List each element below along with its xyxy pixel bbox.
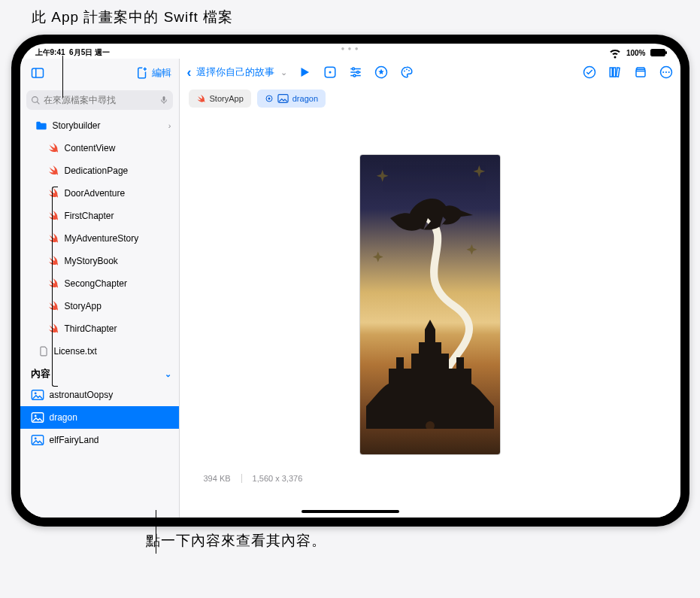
chevron-down-icon[interactable]: ⌄ (280, 68, 287, 77)
back-button[interactable]: ‹ 選擇你自己的故事 ⌄ (187, 65, 287, 80)
svg-point-3 (32, 96, 38, 102)
folder-icon (35, 120, 47, 131)
file-dooradventure[interactable]: DoorAdventure (20, 182, 179, 205)
file-label: FirstChapter (65, 211, 114, 221)
svg-point-9 (34, 415, 36, 417)
file-label: ContentView (65, 143, 116, 153)
svg-point-14 (352, 68, 354, 70)
content-header-label: 內容 (31, 367, 50, 381)
svg-point-15 (356, 71, 359, 74)
preview-meta: 394 KB 1,560 x 3,376 (204, 474, 303, 483)
svg-rect-5 (162, 96, 165, 101)
sidebar-toggle-button[interactable] (28, 63, 47, 83)
battery-pct: 100% (626, 49, 646, 57)
svg-line-4 (37, 102, 39, 104)
swift-icon (196, 94, 206, 104)
crumb-dragon[interactable]: dragon (257, 90, 326, 108)
file-label: ThirdChapter (65, 323, 117, 334)
crumb-label: dragon (292, 94, 318, 103)
sliders-icon[interactable] (349, 65, 362, 79)
edit-button[interactable]: 編輯 (135, 66, 171, 80)
file-firstchapter[interactable]: FirstChapter (20, 205, 179, 227)
new-file-icon (135, 66, 149, 80)
file-list: Storybuilder › ContentView DedicationPag… (20, 114, 179, 518)
edit-label: 編輯 (152, 66, 171, 80)
asset-astronautoopsy[interactable]: astronautOopsy (20, 384, 179, 406)
chevron-left-icon: ‹ (187, 65, 192, 80)
search-field[interactable] (26, 90, 173, 110)
file-secongchapter[interactable]: SecongChapter (20, 272, 179, 295)
main-pane: ‹ 選擇你自己的故事 ⌄ (180, 59, 680, 518)
asset-label: dragon (50, 412, 77, 423)
file-dimensions: 1,560 x 3,376 (253, 474, 303, 483)
tree-brace (52, 187, 58, 387)
chevron-down-icon: ⌄ (165, 369, 171, 379)
file-thirdchapter[interactable]: ThirdChapter (20, 317, 179, 340)
svg-rect-0 (32, 68, 43, 77)
svg-point-20 (408, 70, 410, 71)
file-storyapp[interactable]: StoryApp (20, 295, 179, 317)
wifi-icon (608, 46, 622, 59)
file-label: DoorAdventure (65, 188, 126, 199)
dragon-artwork[interactable] (359, 154, 501, 455)
asset-dragon[interactable]: dragon (20, 406, 179, 429)
mic-icon[interactable] (159, 95, 168, 105)
check-circle-icon[interactable] (583, 65, 596, 79)
more-circle-icon[interactable] (659, 65, 673, 79)
image-icon (31, 390, 44, 400)
svg-point-16 (353, 74, 356, 77)
library-icon[interactable] (608, 65, 622, 79)
status-time: 上午9:41 (35, 48, 65, 56)
svg-point-13 (329, 71, 331, 74)
svg-rect-23 (613, 68, 615, 77)
file-label: License.txt (54, 346, 97, 357)
multitask-dots[interactable]: ● ● ● (341, 45, 359, 52)
image-icon (31, 412, 44, 423)
crumb-storyapp[interactable]: StoryApp (189, 90, 251, 108)
folder-storybuilder[interactable]: Storybuilder › (20, 114, 179, 137)
file-label: MyAdventureStory (65, 233, 139, 244)
image-icon (277, 94, 289, 103)
star-circle-icon[interactable] (374, 65, 388, 79)
target-icon (265, 94, 274, 103)
svg-rect-25 (636, 69, 645, 77)
dragon-silhouette (390, 196, 473, 233)
file-label: StoryApp (65, 301, 102, 311)
status-time-date: 上午9:41 6月5日 週一 (35, 47, 110, 58)
svg-rect-22 (610, 68, 612, 77)
file-license[interactable]: License.txt (20, 340, 179, 363)
file-label: MyStoryBook (65, 256, 118, 266)
play-icon[interactable] (298, 65, 311, 79)
svg-point-19 (406, 68, 408, 70)
file-contentview[interactable]: ContentView (20, 137, 179, 159)
screen: 上午9:41 6月5日 週一 100% 編輯 (20, 44, 680, 518)
svg-point-27 (662, 71, 664, 73)
callout-leader-bottom (156, 510, 156, 554)
file-myadventurestory[interactable]: MyAdventureStory (20, 227, 179, 250)
search-input[interactable] (44, 95, 156, 105)
crumb-label: StoryApp (210, 94, 244, 103)
palette-icon[interactable] (400, 65, 414, 79)
meta-divider (241, 474, 242, 483)
home-indicator[interactable] (302, 510, 399, 513)
file-icon (38, 345, 49, 357)
castle-silhouette (366, 316, 494, 429)
preview-canvas (180, 111, 680, 518)
search-icon (31, 96, 41, 105)
swift-icon (47, 142, 59, 154)
svg-point-7 (34, 393, 36, 395)
back-label: 選擇你自己的故事 (196, 65, 274, 79)
asset-label: astronautOopsy (50, 390, 114, 400)
asset-label: elfFairyLand (50, 435, 99, 445)
content-section-header[interactable]: 內容 ⌄ (20, 363, 179, 384)
file-mystorybook[interactable]: MyStoryBook (20, 250, 179, 272)
sidebar: 編輯 Storybuilder › (20, 59, 180, 518)
ipad-frame: ● ● ● 上午9:41 6月5日 週一 100% (11, 35, 689, 527)
asset-elffairyland[interactable]: elfFairyLand (20, 429, 179, 451)
box-icon[interactable] (634, 65, 647, 79)
file-dedicationpage[interactable]: DedicationPage (20, 159, 179, 182)
chevron-right-icon: › (168, 121, 171, 130)
app-preview-icon[interactable] (323, 65, 337, 79)
callout-leader-top (62, 56, 63, 98)
toolbar: ‹ 選擇你自己的故事 ⌄ (180, 59, 680, 86)
